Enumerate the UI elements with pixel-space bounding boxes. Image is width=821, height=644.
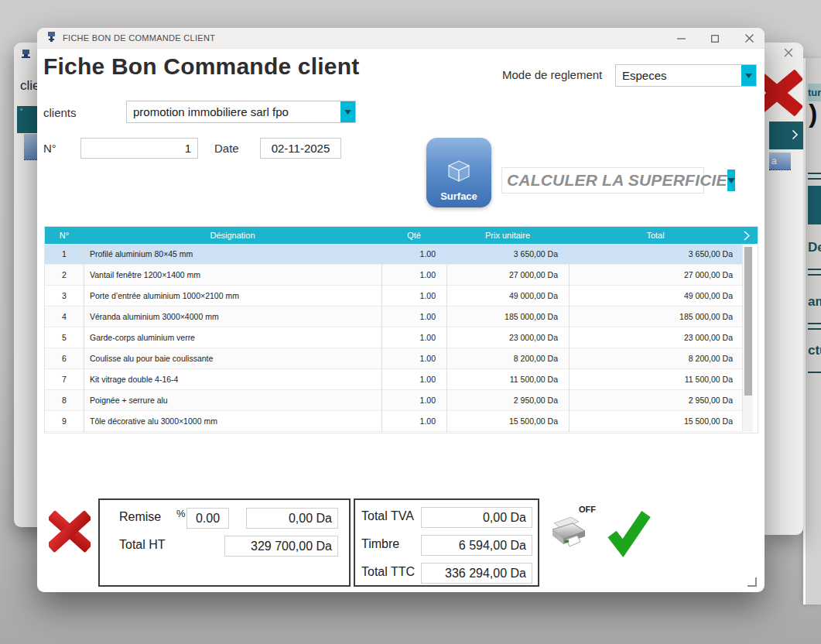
cube-icon <box>443 155 475 187</box>
table-row[interactable]: 3Porte d’entrée aluminium 1000×2100 mm1.… <box>45 286 742 307</box>
cell-qte: 1.00 <box>381 348 436 369</box>
fiche-bon-commande-window: FICHE BON DE COMMANDE CLIENT Fiche Bon C… <box>37 28 765 592</box>
delete-icon[interactable] <box>765 69 802 117</box>
cell-num: 9 <box>45 411 84 432</box>
column-divider <box>446 244 447 432</box>
clients-select[interactable]: promotion immobiliere sarl fpo <box>126 101 356 123</box>
close-button[interactable] <box>744 34 754 43</box>
calc-superficie-button[interactable]: CALCULER LA SUPERFICIE <box>501 167 704 194</box>
column-divider <box>569 244 570 432</box>
divider <box>808 372 821 373</box>
remise-amount-input[interactable]: 0,00 Da <box>246 508 338 529</box>
cell-num: 8 <box>45 390 84 411</box>
scrollbar-thumb[interactable] <box>744 247 752 396</box>
app-icon <box>46 31 57 46</box>
close-icon[interactable] <box>783 47 794 61</box>
timbre-value[interactable]: 6 594,00 Da <box>421 535 532 556</box>
table-row[interactable]: 5Garde-corps aluminium verre1.0023 000,0… <box>45 327 742 348</box>
order-number-label: N° <box>43 142 56 155</box>
column-header-qty[interactable]: Qté <box>381 227 446 244</box>
total-ht-label: Total HT <box>119 538 166 552</box>
cell-prix: 185 000,00 Da <box>446 307 558 327</box>
background-window-right[interactable]: a <box>765 43 803 535</box>
background-menu-word-fragment[interactable]: am <box>808 294 821 310</box>
background-window-far-right[interactable]: ture ) Dev am ctu <box>803 58 821 605</box>
resize-grip[interactable] <box>747 577 757 587</box>
window-title: FICHE BON DE COMMANDE CLIENT <box>63 33 215 43</box>
cell-total: 11 500,00 Da <box>569 369 733 390</box>
cell-num: 6 <box>45 348 84 369</box>
cell-prix: 11 500,00 Da <box>446 369 558 390</box>
total-ht-value[interactable]: 329 700,00 Da <box>224 536 338 557</box>
validate-button[interactable] <box>606 508 651 559</box>
column-header-designation[interactable]: Désignation <box>84 227 381 244</box>
total-tva-label: Total TVA <box>361 509 414 523</box>
surface-button[interactable]: Surface <box>426 138 491 207</box>
divider <box>808 274 821 276</box>
remise-panel: Remise % 0.00 0,00 Da Total HT 329 700,0… <box>98 498 351 587</box>
divider <box>808 173 821 174</box>
column-header-num[interactable]: N° <box>45 227 84 244</box>
table-body: 1Profilé aluminium 80×45 mm1.003 650,00 … <box>45 244 742 432</box>
cell-des: Kit vitrage double 4-16-4 <box>90 369 376 390</box>
cell-prix: 8 200,00 Da <box>446 348 558 369</box>
background-menu-word-fragment[interactable]: Dev <box>808 240 821 255</box>
table-scrollbar[interactable] <box>742 244 753 432</box>
background-logo-fragment: ) <box>809 98 817 128</box>
cell-des: Profilé aluminium 80×45 mm <box>90 244 376 265</box>
cell-qte: 1.00 <box>381 390 436 411</box>
table-row[interactable]: 8Poignée + serrure alu1.002 950,00 Da2 9… <box>45 390 742 411</box>
table-row[interactable]: 1Profilé aluminium 80×45 mm1.003 650,00 … <box>45 244 742 265</box>
table-row[interactable]: 2Vantail fenêtre 1200×1400 mm1.0027 000,… <box>45 265 742 286</box>
printer-state-label: OFF <box>579 505 596 514</box>
table-row[interactable]: 6Coulisse alu pour baie coulissante1.008… <box>45 348 742 369</box>
cell-total: 2 950,00 Da <box>569 390 733 411</box>
printer-toggle-button[interactable] <box>548 516 590 551</box>
cell-prix: 27 000,00 Da <box>446 265 558 286</box>
cell-qte: 1.00 <box>381 265 436 286</box>
total-ttc-value[interactable]: 336 294,00 Da <box>421 563 532 584</box>
table-row[interactable]: 4Véranda aluminium 3000×4000 mm1.00185 0… <box>45 307 742 327</box>
chevron-down-icon[interactable] <box>340 101 355 122</box>
cell-qte: 1.00 <box>381 286 436 307</box>
total-tva-value[interactable]: 0,00 Da <box>421 507 532 528</box>
items-table: N° Désignation Qté Prix unitaire Total 1… <box>44 226 758 433</box>
cell-prix: 49 000,00 Da <box>446 286 558 307</box>
chevron-right-icon[interactable] <box>744 230 750 244</box>
background-menu-word-fragment[interactable]: ctu <box>808 343 821 358</box>
cell-num: 2 <box>45 265 84 286</box>
cell-total: 49 000,00 Da <box>569 286 733 307</box>
cell-num: 3 <box>45 286 84 307</box>
cell-total: 185 000,00 Da <box>569 307 733 327</box>
total-ttc-label: Total TTC <box>361 565 415 579</box>
column-header-unit-price[interactable]: Prix unitaire <box>446 227 569 244</box>
table-row[interactable]: 7Kit vitrage double 4-16-41.0011 500,00 … <box>45 369 742 390</box>
divider <box>808 328 821 330</box>
chevron-down-icon[interactable] <box>727 170 735 191</box>
background-next-button[interactable] <box>769 122 803 149</box>
background-blue-button-fragment[interactable]: a <box>769 152 791 170</box>
cell-des: Porte d’entrée aluminium 1000×2100 mm <box>90 286 376 307</box>
column-divider <box>84 244 84 432</box>
tva-panel: Total TVA 0,00 Da Timbre 6 594,00 Da Tot… <box>354 498 539 587</box>
delete-button[interactable] <box>49 509 91 554</box>
percent-label: % <box>176 508 186 519</box>
surface-button-label: Surface <box>440 190 477 202</box>
minimize-button[interactable] <box>676 34 686 43</box>
maximize-button[interactable] <box>710 34 720 43</box>
cell-des: Tôle décorative alu 3000×1000 mm <box>90 411 376 432</box>
order-number-input[interactable]: 1 <box>80 138 198 159</box>
chevron-down-icon[interactable] <box>741 65 756 86</box>
cell-qte: 1.00 <box>381 307 436 327</box>
cell-qte: 1.00 <box>381 244 436 265</box>
titlebar[interactable]: FICHE BON DE COMMANDE CLIENT <box>37 28 765 49</box>
date-input[interactable]: 02-11-2025 <box>260 138 341 159</box>
remise-percent-input[interactable]: 0.00 <box>186 508 229 529</box>
divider <box>808 178 821 180</box>
column-header-total[interactable]: Total <box>569 227 742 244</box>
divider <box>808 323 821 324</box>
table-header[interactable]: N° Désignation Qté Prix unitaire Total <box>45 227 758 244</box>
chevron-right-icon <box>792 129 799 140</box>
payment-mode-select[interactable]: Especes <box>615 64 757 87</box>
table-row[interactable]: 9Tôle décorative alu 3000×1000 mm1.0015 … <box>45 411 742 432</box>
